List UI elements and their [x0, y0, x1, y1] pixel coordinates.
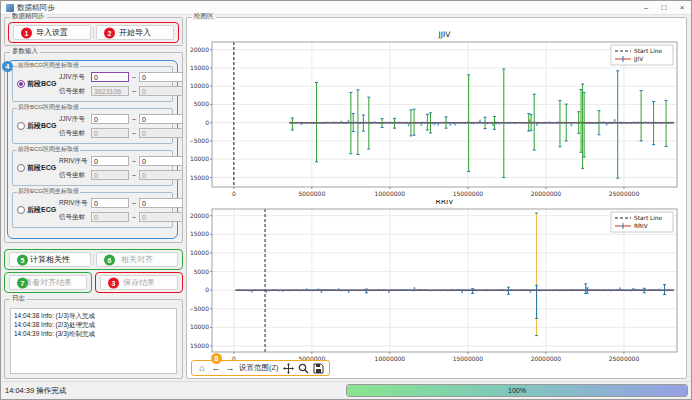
- app-icon: [6, 4, 14, 12]
- window-controls: – □ ×: [637, 1, 691, 14]
- button-divider: [93, 254, 94, 265]
- field-label: RRIV序号: [59, 199, 91, 208]
- actions-section: 5 计算相关性 6 相关对齐 7 查看对齐结果: [4, 249, 183, 293]
- svg-text:JJIV: JJIV: [438, 30, 452, 39]
- radio-front-ecg[interactable]: [17, 164, 25, 172]
- param-box-title: 后段ECG区间坐标取值: [17, 188, 80, 194]
- log-list[interactable]: 14:04:38 Info: (1/3)导入完成 14:04:38 Info: …: [10, 308, 177, 374]
- view-align-result-label: 查看对齐结果: [24, 277, 72, 288]
- range-tilde: ~: [129, 200, 139, 207]
- field-label: 信号坐标: [59, 171, 91, 180]
- param-box-rear-bcg: 后段BCG区间坐标取值 后段BCG JJIV序号 ~ 信号坐标: [12, 108, 173, 144]
- range-tilde: ~: [129, 116, 139, 123]
- jjiv-index-start-input[interactable]: [91, 114, 129, 124]
- log-groupbox: 日志 14:04:38 Info: (1/3)导入完成 14:04:38 Inf…: [4, 299, 183, 379]
- range-tilde: ~: [129, 88, 139, 95]
- correlation-align-label: 相关对齐: [121, 254, 153, 265]
- param-box-title: 后段BCG区间坐标取值: [17, 104, 80, 110]
- matplotlib-toolbar: 8 ⌂ ← → 设置范围(Z): [191, 360, 330, 376]
- rriv-index-end-input[interactable]: [139, 156, 183, 166]
- range-tilde: ~: [129, 158, 139, 165]
- annotation-badge-6: 6: [104, 254, 115, 265]
- annotation-box-toolbar: 8 ⌂ ← → 设置范围(Z): [191, 360, 330, 376]
- annotation-box-view: 7 查看对齐结果: [4, 272, 92, 293]
- annotation-badge-7: 7: [17, 277, 28, 288]
- back-icon[interactable]: ←: [211, 364, 221, 373]
- svg-text:5000000: 5000000: [298, 190, 325, 197]
- annotation-box-params: 4 前段BCG区间坐标取值 前段BCG JJIV序号 ~: [7, 60, 178, 239]
- jjiv-index-end-input[interactable]: [139, 72, 183, 82]
- svg-text:10000: 10000: [190, 249, 209, 256]
- svg-text:0: 0: [232, 190, 236, 197]
- params-groupbox-title: 参数输入: [10, 48, 40, 55]
- start-import-button[interactable]: 2 开始导入: [96, 25, 174, 40]
- radio-label: 后段BCG: [27, 121, 57, 131]
- svg-text:20000000: 20000000: [531, 355, 562, 362]
- signal-coord-end-input: [139, 86, 183, 96]
- left-panel: 数据精同步 1 导入设置 2 开始导入 参数输入 4 前段BCG区间坐标取值: [4, 17, 183, 379]
- import-settings-button[interactable]: 1 导入设置: [13, 25, 91, 40]
- forward-icon[interactable]: →: [225, 364, 235, 373]
- param-box-rear-ecg: 后段ECG区间坐标取值 后段ECG RRIV序号 ~ 信号坐标: [12, 192, 173, 228]
- svg-text:0: 0: [205, 119, 209, 126]
- field-label: 信号坐标: [59, 87, 91, 96]
- radio-rear-bcg[interactable]: [17, 122, 25, 130]
- svg-text:−5000: −5000: [190, 305, 209, 312]
- jjiv-index-end-input[interactable]: [139, 114, 183, 124]
- param-box-title: 前段ECG区间坐标取值: [17, 146, 80, 152]
- svg-text:15000000: 15000000: [453, 190, 484, 197]
- radio-front-bcg[interactable]: [17, 80, 25, 88]
- view-align-result-button[interactable]: 7 查看对齐结果: [9, 275, 87, 290]
- rriv-index-start-input[interactable]: [91, 198, 129, 208]
- maximize-button[interactable]: □: [655, 1, 673, 14]
- calc-correlation-button[interactable]: 5 计算相关性: [9, 252, 91, 267]
- svg-text:RRIV: RRIV: [634, 223, 648, 229]
- log-entry: 14:04:38 Info: (2/3)处理完成: [14, 320, 173, 329]
- svg-text:0: 0: [205, 286, 209, 293]
- param-box-title: 前段BCG区间坐标取值: [17, 62, 80, 68]
- rriv-index-start-input[interactable]: [91, 156, 129, 166]
- signal-coord-start-input: [91, 212, 129, 222]
- jjiv-chart-canvas[interactable]: 0500000010000000150000002000000025000000…: [190, 24, 686, 199]
- correlation-align-button[interactable]: 6 相关对齐: [96, 252, 178, 267]
- pan-icon[interactable]: [283, 363, 294, 374]
- rriv-chart-canvas[interactable]: 0500000010000000150000002000000025000000…: [190, 200, 686, 364]
- zoom-icon[interactable]: [298, 363, 309, 374]
- svg-text:Start Line: Start Line: [634, 48, 663, 54]
- signal-coord-end-input: [139, 212, 183, 222]
- svg-text:−5000: −5000: [190, 137, 209, 144]
- save-icon[interactable]: [313, 363, 324, 374]
- plot-area-groupbox: 绘图区 050000001000000015000000200000002500…: [186, 17, 687, 379]
- minimize-button[interactable]: –: [637, 1, 655, 14]
- annotation-box-import: 1 导入设置 2 开始导入: [8, 22, 179, 43]
- home-icon[interactable]: ⌂: [197, 364, 207, 373]
- annotation-badge-8: 8: [211, 353, 222, 364]
- svg-text:5000: 5000: [194, 100, 209, 107]
- app-window: 数据精同步 – □ × 数据精同步 1 导入设置 2 开始导入 参数: [0, 0, 692, 400]
- svg-text:25000000: 25000000: [609, 190, 640, 197]
- rriv-index-end-input[interactable]: [139, 198, 183, 208]
- radio-label: 后段ECG: [27, 205, 56, 215]
- jjiv-index-start-input[interactable]: [91, 72, 129, 82]
- save-result-button[interactable]: 3 保存结果: [100, 275, 178, 290]
- signal-coord-end-input: [139, 128, 183, 138]
- close-button[interactable]: ×: [673, 1, 691, 14]
- svg-text:−15000: −15000: [190, 174, 209, 181]
- set-range-button[interactable]: 设置范围(Z): [239, 363, 279, 373]
- svg-text:15000000: 15000000: [453, 355, 484, 362]
- range-tilde: ~: [129, 214, 139, 221]
- params-groupbox: 参数输入 4 前段BCG区间坐标取值 前段BCG JJIV序号 ~: [4, 52, 183, 243]
- log-groupbox-title: 日志: [10, 295, 27, 302]
- svg-text:20000: 20000: [190, 46, 209, 53]
- svg-text:10000000: 10000000: [375, 190, 406, 197]
- svg-text:25000000: 25000000: [609, 355, 640, 362]
- statusbar: 14:04:39 操作完成 100%: [1, 381, 691, 399]
- radio-rear-ecg[interactable]: [17, 206, 25, 214]
- button-divider: [93, 27, 94, 38]
- annotation-box-correlation: 5 计算相关性 6 相关对齐: [4, 249, 183, 270]
- status-message: 14:04:39 操作完成: [5, 386, 66, 396]
- signal-coord-start-input: [91, 170, 129, 180]
- svg-text:20000: 20000: [190, 212, 209, 219]
- range-tilde: ~: [129, 130, 139, 137]
- svg-text:Start Line: Start Line: [634, 215, 663, 221]
